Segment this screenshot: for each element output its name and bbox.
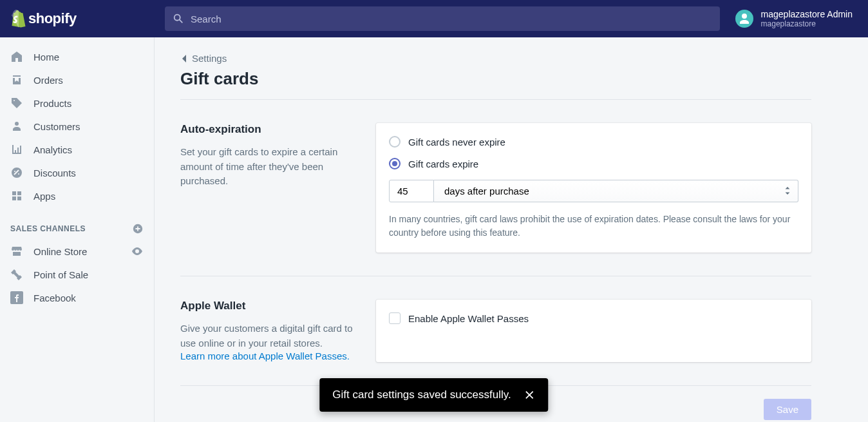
search-icon (173, 13, 184, 24)
store-icon (10, 245, 23, 258)
user-menu[interactable]: mageplazastore Admin mageplazastore (735, 9, 858, 29)
sidebar-item-label: Facebook (33, 293, 76, 303)
logo[interactable]: shopify (10, 10, 155, 28)
main-content: Settings Gift cards Auto-expiration Set … (155, 37, 837, 422)
facebook-icon (10, 291, 23, 304)
radio-label: Gift cards expire (408, 158, 478, 169)
duration-unit-select[interactable]: days after purchase (434, 180, 798, 202)
expiration-help-text: In many countries, gift card laws prohib… (389, 213, 798, 240)
orders-icon (10, 73, 23, 86)
radio-label: Gift cards never expire (408, 137, 505, 148)
toast-message: Gift card settings saved successfully. (332, 388, 511, 401)
toast: Gift card settings saved successfully. (319, 378, 548, 412)
chevron-left-icon (180, 54, 188, 63)
sidebar-item-customers[interactable]: Customers (0, 115, 154, 138)
search-container (155, 6, 735, 31)
sidebar-item-label: Orders (33, 75, 63, 86)
checkbox-icon (389, 312, 401, 324)
checkbox-label: Enable Apple Wallet Passes (408, 313, 529, 324)
apple-wallet-card: Enable Apple Wallet Passes (376, 300, 811, 362)
sidebar-item-label: Point of Sale (33, 269, 88, 280)
user-text: mageplazastore Admin mageplazastore (761, 9, 853, 29)
radio-expire[interactable]: Gift cards expire (389, 158, 798, 169)
apps-icon (10, 189, 23, 202)
section-description: Give your customers a digital gift card … (180, 321, 361, 350)
analytics-icon (10, 143, 23, 156)
auto-expiration-section: Auto-expiration Set your gift cards to e… (180, 123, 811, 253)
duration-input[interactable] (389, 180, 434, 202)
enable-apple-wallet-checkbox[interactable]: Enable Apple Wallet Passes (389, 312, 798, 324)
add-channel-icon[interactable] (132, 223, 144, 235)
divider (180, 276, 811, 276)
sidebar-channel-facebook[interactable]: Facebook (0, 286, 154, 309)
apple-wallet-section: Apple Wallet Give your customers a digit… (180, 300, 811, 362)
discounts-icon (10, 166, 23, 179)
sidebar-item-label: Online Store (33, 246, 87, 257)
radio-icon (389, 158, 401, 169)
topbar: shopify mageplazastore Admin mageplazast… (0, 0, 868, 37)
products-icon (10, 97, 23, 110)
home-icon (10, 50, 23, 63)
sidebar-item-discounts[interactable]: Discounts (0, 161, 154, 184)
save-button[interactable]: Save (764, 399, 811, 420)
user-name: mageplazastore Admin (761, 9, 853, 20)
sidebar-item-products[interactable]: Products (0, 91, 154, 115)
sidebar-item-label: Home (33, 52, 59, 62)
sidebar-item-label: Customers (33, 121, 80, 132)
close-icon[interactable] (524, 389, 536, 401)
search-box[interactable] (165, 6, 720, 31)
page-title: Gift cards (180, 69, 811, 89)
sidebar-channel-online-store[interactable]: Online Store (0, 240, 154, 263)
radio-never-expire[interactable]: Gift cards never expire (389, 136, 798, 148)
customers-icon (10, 120, 23, 133)
sidebar-item-label: Analytics (33, 144, 72, 155)
pos-icon (10, 268, 23, 281)
shopify-logo-icon (10, 10, 26, 28)
view-store-icon[interactable] (131, 245, 144, 258)
section-description: Set your gift cards to expire a certain … (180, 145, 361, 189)
sales-channels-heading: SALES CHANNELS (0, 218, 154, 240)
sidebar-item-orders[interactable]: Orders (0, 68, 154, 91)
sidebar-item-label: Products (33, 98, 71, 109)
sidebar-item-analytics[interactable]: Analytics (0, 138, 154, 161)
logo-text: shopify (28, 10, 77, 27)
divider (180, 99, 811, 100)
sidebar-item-label: Apps (33, 191, 55, 202)
learn-more-link[interactable]: Learn more about Apple Wallet Passes. (180, 350, 350, 361)
breadcrumb[interactable]: Settings (180, 53, 227, 64)
auto-expiration-card: Gift cards never expire Gift cards expir… (376, 123, 811, 253)
radio-icon (389, 136, 401, 148)
expiration-duration-group: days after purchase (389, 180, 798, 202)
store-name: mageplazastore (761, 19, 853, 28)
section-heading: Auto-expiration (180, 123, 361, 136)
search-input[interactable] (191, 14, 712, 24)
sidebar-item-apps[interactable]: Apps (0, 184, 154, 207)
avatar (735, 10, 753, 28)
section-heading: Apple Wallet (180, 300, 361, 312)
sidebar-channel-pos[interactable]: Point of Sale (0, 263, 154, 286)
sidebar: Home Orders Products Customers Analytics… (0, 37, 155, 422)
breadcrumb-label: Settings (192, 53, 227, 64)
sidebar-item-label: Discounts (33, 168, 76, 178)
sidebar-item-home[interactable]: Home (0, 45, 154, 68)
